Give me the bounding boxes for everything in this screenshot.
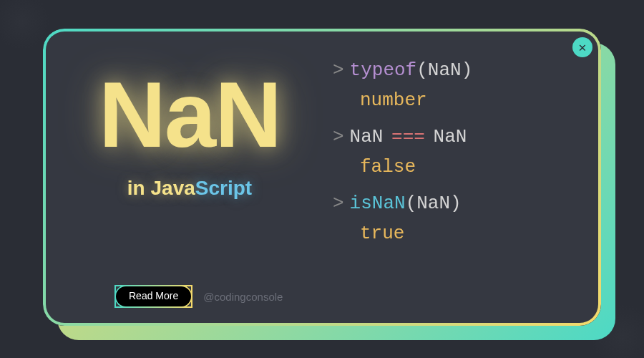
left-column: NaN in JavaScript <box>75 54 304 301</box>
paren-close: ) <box>462 59 473 81</box>
card: ✕ NaN in JavaScript >typeof(NaN) number … <box>43 29 601 326</box>
read-more-label: Read More <box>129 290 178 301</box>
card-wrapper: ✕ NaN in JavaScript >typeof(NaN) number … <box>43 29 601 326</box>
result-1: number <box>360 87 569 113</box>
paren-close: ) <box>450 193 462 214</box>
arg-nan: NaN <box>416 193 450 214</box>
fn-isnan: isNaN <box>350 193 406 214</box>
close-button[interactable]: ✕ <box>572 37 592 57</box>
subtitle-script: Script <box>195 177 252 199</box>
read-more-button[interactable]: Read More <box>114 285 192 308</box>
code-line-3: >isNaN(NaN) <box>333 190 569 216</box>
result-true: true <box>360 223 404 244</box>
result-3: true <box>360 221 569 246</box>
nan-right: NaN <box>434 126 467 147</box>
paren-open: ( <box>416 59 428 81</box>
bottom-row: Read More @codingconsole <box>114 285 283 308</box>
prompt: > <box>333 126 344 147</box>
code-line-2: >NaN===NaN <box>333 124 569 150</box>
code-line-1: >typeof(NaN) <box>333 57 569 83</box>
subtitle-java: Java <box>151 177 195 199</box>
code-panel: >typeof(NaN) number >NaN===NaN false >is… <box>333 54 569 301</box>
prompt: > <box>333 193 344 214</box>
result-false: false <box>360 156 416 178</box>
subtitle: in JavaScript <box>127 177 252 200</box>
result-number: number <box>360 90 427 111</box>
prompt: > <box>333 59 344 81</box>
paren-open: ( <box>406 193 417 214</box>
arg-nan: NaN <box>428 59 462 81</box>
operator-eq: === <box>391 126 425 147</box>
close-icon: ✕ <box>579 39 587 55</box>
main-title: NaN <box>99 68 280 161</box>
nan-left: NaN <box>350 126 384 147</box>
handle-text: @codingconsole <box>203 291 283 303</box>
result-2: false <box>360 154 569 180</box>
subtitle-in: in <box>127 177 151 199</box>
keyword-typeof: typeof <box>350 59 417 81</box>
